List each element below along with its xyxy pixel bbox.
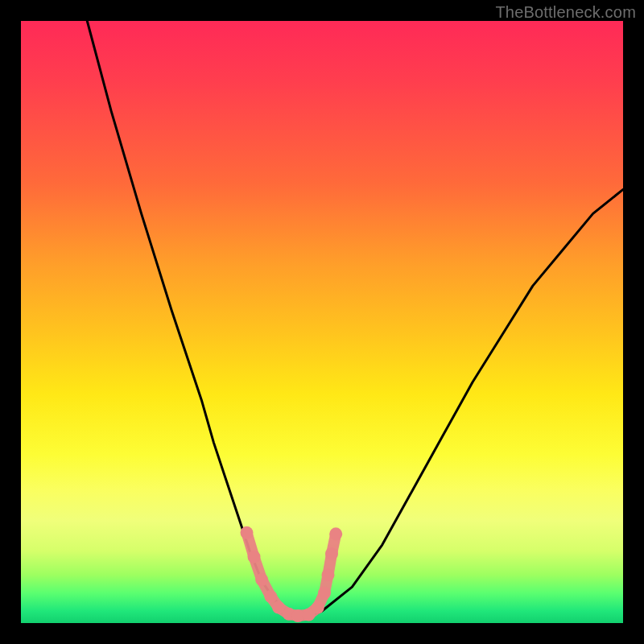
valley-highlight-dot [264,590,277,603]
watermark-text: TheBottleneck.com [495,3,636,22]
valley-highlight-dot [325,547,338,560]
valley-highlight-dot [241,526,254,539]
bottleneck-curve [87,21,623,616]
valley-highlight-dot [322,568,335,581]
valley-highlight-dot [318,587,331,600]
valley-highlight-dot [255,573,268,586]
valley-highlight-dot [248,551,261,564]
curve-svg [21,21,623,623]
plot-area [21,21,623,623]
valley-highlight-dot [312,601,324,614]
chart-frame: TheBottleneck.com [0,0,644,644]
valley-highlight-dot [329,527,342,540]
